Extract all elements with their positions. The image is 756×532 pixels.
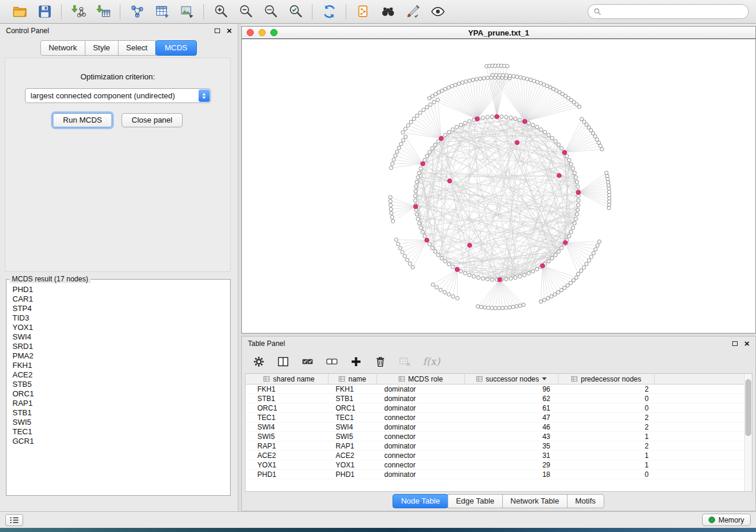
table-row[interactable]: ORC1ORC1dominator610 <box>245 403 752 413</box>
close-panel-icon[interactable]: × <box>227 26 232 35</box>
column-header-predecessor-nodes[interactable]: predecessor nodes <box>559 374 655 384</box>
column-header-successor-nodes[interactable]: successor nodes <box>465 374 559 384</box>
delete-row-button[interactable] <box>374 355 387 368</box>
task-history-button[interactable] <box>5 514 23 526</box>
mcds-node-item[interactable]: STB5 <box>12 380 224 389</box>
cell-successor-nodes: 96 <box>465 385 559 393</box>
table-panel: Table Panel × f(x) shared namenameMCDS r… <box>241 336 756 511</box>
cell-successor-nodes: 61 <box>465 404 559 412</box>
tab-node-table[interactable]: Node Table <box>393 494 448 508</box>
mcds-node-item[interactable]: PMA2 <box>12 351 224 361</box>
mcds-node-item[interactable]: ACE2 <box>12 370 224 380</box>
mcds-node-item[interactable]: PHD1 <box>12 285 224 294</box>
mcds-node-item[interactable]: SRD1 <box>12 342 224 351</box>
eye-icon <box>430 4 445 19</box>
export-image-button[interactable] <box>174 2 199 21</box>
add-row-button[interactable] <box>350 355 362 368</box>
mcds-node-item[interactable]: STB1 <box>12 408 224 418</box>
tab-network[interactable]: Network <box>40 40 85 56</box>
float-table-panel-icon[interactable] <box>732 341 738 346</box>
table-scrollbar-thumb[interactable] <box>745 379 751 436</box>
mcds-node-item[interactable]: FKH1 <box>12 361 224 370</box>
optimization-criterion-label: Optimization criterion: <box>5 72 230 81</box>
table-row[interactable]: FKH1FKH1dominator962 <box>245 384 752 394</box>
tab-network-table[interactable]: Network Table <box>502 494 567 508</box>
cell-shared-name: ACE2 <box>250 451 328 460</box>
table-row[interactable]: PHD1PHD1dominator180 <box>245 470 752 479</box>
float-panel-icon[interactable] <box>215 28 220 33</box>
cell-successor-nodes: 18 <box>465 470 559 479</box>
mcds-node-item[interactable]: SWI4 <box>12 332 224 342</box>
eye-button[interactable] <box>425 2 450 21</box>
delete-table-button[interactable] <box>398 355 411 368</box>
gear-button[interactable] <box>253 355 265 368</box>
mcds-node-item[interactable]: ORC1 <box>12 389 224 399</box>
zoom-in-button[interactable] <box>208 2 233 21</box>
tab-motifs[interactable]: Motifs <box>567 494 604 508</box>
new-table-icon <box>155 4 170 19</box>
cell-mcds-role: dominator <box>377 423 465 431</box>
function-builder-button[interactable]: f(x) <box>423 355 440 367</box>
share-document-button[interactable] <box>350 2 375 21</box>
run-mcds-button[interactable]: Run MCDS <box>53 113 112 127</box>
table-row[interactable]: SWI4SWI4dominator462 <box>245 422 752 432</box>
mcds-node-item[interactable]: TEC1 <box>12 427 224 437</box>
binoculars-button[interactable] <box>375 2 400 21</box>
tab-edge-table[interactable]: Edge Table <box>448 494 503 508</box>
import-network-icon <box>71 4 86 19</box>
cell-successor-nodes: 43 <box>465 432 559 441</box>
cell-name: SWI5 <box>328 432 377 441</box>
new-network-button[interactable] <box>125 2 149 21</box>
mcds-node-item[interactable]: STP4 <box>12 304 224 313</box>
tab-select[interactable]: Select <box>118 40 156 56</box>
mcds-node-item[interactable]: TID3 <box>12 313 224 323</box>
memory-button[interactable]: Memory <box>702 514 751 526</box>
mcds-node-item[interactable]: SWI5 <box>12 418 224 427</box>
tab-style[interactable]: Style <box>85 40 119 56</box>
select-all-button[interactable] <box>301 355 314 368</box>
mcds-node-item[interactable]: GCR1 <box>12 437 224 446</box>
cell-predecessor-nodes: 2 <box>559 423 655 431</box>
table-row[interactable]: YOX1YOX1connector291 <box>245 460 752 470</box>
cell-predecessor-nodes: 1 <box>559 461 655 469</box>
column-header-name[interactable]: name <box>328 374 377 384</box>
mcds-result-list: PHD1CAR1STP4TID3YOX1SWI4SRD1PMA2FKH1ACE2… <box>7 284 229 495</box>
open-folder-button[interactable] <box>7 2 32 21</box>
network-canvas[interactable] <box>242 39 755 333</box>
cell-predecessor-nodes: 1 <box>559 432 655 441</box>
cell-name: TEC1 <box>328 414 377 422</box>
search-input[interactable] <box>605 7 743 17</box>
table-row[interactable]: RAP1RAP1dominator352 <box>245 441 752 451</box>
refresh-button[interactable] <box>317 2 342 21</box>
mcds-result-box: MCDS result (17 nodes) PHD1CAR1STP4TID3Y… <box>6 275 231 496</box>
column-header-mcds-role[interactable]: MCDS role <box>377 374 465 384</box>
zoom-selected-button[interactable] <box>283 2 308 21</box>
close-panel-button[interactable]: Close panel <box>122 113 183 127</box>
mcds-node-item[interactable]: RAP1 <box>12 399 224 408</box>
column-header-shared-name[interactable]: shared name <box>250 374 328 384</box>
table-row[interactable]: SWI5SWI5connector431 <box>245 432 752 441</box>
close-table-panel-icon[interactable]: × <box>744 339 749 348</box>
save-button[interactable] <box>32 2 57 21</box>
mcds-node-item[interactable]: CAR1 <box>12 294 224 304</box>
table-row[interactable]: STB1STB1dominator620 <box>245 394 752 403</box>
network-graph <box>242 39 755 333</box>
column-attribute-icon <box>339 376 345 382</box>
cell-successor-nodes: 47 <box>465 414 559 422</box>
zoom-fit-button[interactable] <box>258 2 283 21</box>
import-table-button[interactable] <box>91 2 116 21</box>
columns-button[interactable] <box>277 355 289 368</box>
zoom-out-button[interactable] <box>233 2 258 21</box>
new-table-button[interactable] <box>149 2 174 21</box>
table-row[interactable]: ACE2ACE2connector311 <box>245 451 752 460</box>
deselect-all-button[interactable] <box>326 355 338 368</box>
search-box[interactable] <box>588 4 749 19</box>
column-attribute-icon <box>398 376 405 382</box>
import-network-button[interactable] <box>66 2 91 21</box>
wand-button[interactable] <box>400 2 425 21</box>
criterion-dropdown[interactable]: largest connected component (undirected) <box>25 88 211 103</box>
table-row[interactable]: TEC1TEC1connector472 <box>245 413 752 422</box>
mcds-node-item[interactable]: YOX1 <box>12 323 224 332</box>
table-scrollbar[interactable] <box>744 374 752 491</box>
tab-mcds[interactable]: MCDS <box>155 40 197 56</box>
